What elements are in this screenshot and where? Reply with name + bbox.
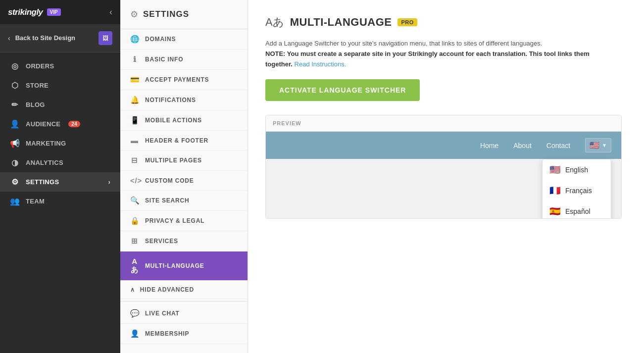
audience-badge: 24 <box>68 121 80 127</box>
mobile-label: MOBILE ACTIONS <box>145 117 202 124</box>
settings-item-membership[interactable]: 👤 MEMBERSHIP <box>120 324 248 344</box>
lang-option-french[interactable]: 🇫🇷 Français <box>543 180 611 201</box>
lang-option-english[interactable]: 🇺🇸 English <box>543 159 611 180</box>
page-title: MULTI-LANGUAGE <box>290 16 392 29</box>
settings-item-multiple-pages[interactable]: ⊟ MULTIPLE PAGES <box>120 151 248 171</box>
mobile-icon: 📱 <box>130 116 139 125</box>
audience-label: AUDIENCE <box>26 120 60 128</box>
sidebar-item-store[interactable]: ⬡ STORE <box>0 76 120 95</box>
logo-area: strikingly VIP <box>8 7 61 17</box>
preview-nav-home[interactable]: Home <box>480 142 498 150</box>
privacy-label: PRIVACY & LEGAL <box>145 217 204 224</box>
language-switcher-button[interactable]: 🇺🇸 ▼ <box>585 138 611 152</box>
store-icon: ⬡ <box>10 81 20 90</box>
custom-code-label: CUSTOM CODE <box>145 177 194 184</box>
payments-label: ACCEPT PAYMENTS <box>145 76 209 83</box>
main-content: Aあ MULTI-LANGUAGE PRO Add a Language Swi… <box>248 0 644 353</box>
services-icon: ⊞ <box>130 237 139 246</box>
settings-item-services[interactable]: ⊞ SERVICES <box>120 231 248 252</box>
payments-icon: 💳 <box>130 75 139 84</box>
description-line1: Add a Language Switcher to your site's n… <box>265 40 542 47</box>
french-flag-icon: 🇫🇷 <box>549 185 560 196</box>
back-arrow-icon: ‹ <box>8 34 10 42</box>
english-flag-icon: 🇺🇸 <box>549 164 560 175</box>
sidebar-item-settings[interactable]: ⚙ SETTINGS › <box>0 172 120 192</box>
store-label: STORE <box>26 82 49 89</box>
sidebar-item-audience[interactable]: 👤 AUDIENCE 24 <box>0 114 120 134</box>
settings-item-accept-payments[interactable]: 💳 ACCEPT PAYMENTS <box>120 70 248 90</box>
preview-section: PREVIEW Home About Contact 🇺🇸 ▼ 🇺🇸 Engli… <box>265 115 622 219</box>
domains-label: DOMAINS <box>145 36 176 43</box>
settings-panel-header: ⚙ SETTINGS <box>120 0 248 29</box>
settings-item-privacy-legal[interactable]: 🔒 PRIVACY & LEGAL <box>120 211 248 231</box>
sidebar-header: strikingly VIP ‹ <box>0 0 120 24</box>
site-thumbnail-icon: 🖼 <box>99 31 112 45</box>
activate-language-switcher-button[interactable]: ACTIVATE LANGUAGE SWITCHER <box>265 79 420 101</box>
current-lang-flag: 🇺🇸 <box>590 141 599 150</box>
settings-item-mobile-actions[interactable]: 📱 MOBILE ACTIONS <box>120 110 248 131</box>
basic-info-icon: ℹ <box>130 55 139 64</box>
settings-item-notifications[interactable]: 🔔 NOTIFICATIONS <box>120 90 248 110</box>
spanish-label: Español <box>565 207 591 215</box>
basic-info-label: BASIC INFO <box>145 56 183 63</box>
blog-label: BLOG <box>26 101 45 108</box>
settings-item-multi-language[interactable]: Aあ MULTI-LANGUAGE <box>120 252 248 281</box>
services-label: SERVICES <box>145 238 178 245</box>
settings-panel: ⚙ SETTINGS 🌐 DOMAINS ℹ BASIC INFO 💳 ACCE… <box>120 0 248 353</box>
settings-label: SETTINGS <box>26 178 59 186</box>
site-search-icon: 🔍 <box>130 196 139 205</box>
marketing-label: MARKETING <box>26 140 66 147</box>
settings-item-basic-info[interactable]: ℹ BASIC INFO <box>120 50 248 70</box>
sidebar-item-orders[interactable]: ◎ ORDERS <box>0 56 120 76</box>
preview-nav-bar: Home About Contact 🇺🇸 ▼ 🇺🇸 English 🇫🇷 Fr… <box>266 132 621 159</box>
membership-icon: 👤 <box>130 329 139 338</box>
lang-option-spanish[interactable]: 🇪🇸 Español <box>543 201 611 219</box>
domains-icon: 🌐 <box>130 35 139 44</box>
read-instructions-link[interactable]: Read Instructions. <box>295 60 347 68</box>
analytics-label: ANALYTICS <box>26 159 63 166</box>
pro-badge: PRO <box>397 18 417 26</box>
spanish-flag-icon: 🇪🇸 <box>549 206 560 217</box>
settings-chevron-icon: › <box>108 179 110 186</box>
sidebar-item-blog[interactable]: ✏ BLOG <box>0 95 120 114</box>
description: Add a Language Switcher to your site's n… <box>265 39 612 69</box>
english-label: English <box>565 166 588 174</box>
privacy-icon: 🔒 <box>130 216 139 225</box>
lang-dropdown-arrow-icon: ▼ <box>602 143 607 148</box>
sidebar-item-analytics[interactable]: ◑ ANALYTICS <box>0 153 120 172</box>
language-dropdown: 🇺🇸 English 🇫🇷 Français 🇪🇸 Español <box>542 159 611 219</box>
settings-item-domains[interactable]: 🌐 DOMAINS <box>120 29 248 50</box>
page-header: Aあ MULTI-LANGUAGE PRO <box>265 15 627 30</box>
settings-divider <box>120 301 248 302</box>
preview-nav-about[interactable]: About <box>513 142 532 150</box>
header-footer-icon: ▬ <box>130 136 139 145</box>
preview-nav-contact[interactable]: Contact <box>546 142 570 150</box>
sidebar-item-team[interactable]: 👥 TEAM <box>0 192 120 211</box>
orders-icon: ◎ <box>10 61 20 71</box>
settings-header-gear-icon: ⚙ <box>130 9 138 20</box>
settings-item-live-chat[interactable]: 💬 LIVE CHAT <box>120 303 248 324</box>
audience-icon: 👤 <box>10 119 20 129</box>
custom-code-icon: </> <box>130 176 139 185</box>
team-label: TEAM <box>26 198 45 205</box>
settings-item-site-search[interactable]: 🔍 SITE SEARCH <box>120 191 248 211</box>
back-to-site-button[interactable]: ‹ Back to Site Design 🖼 <box>0 24 120 52</box>
multi-language-icon: Aあ <box>130 257 139 275</box>
hide-advanced-label: HIDE ADVANCED <box>140 286 194 293</box>
live-chat-label: LIVE CHAT <box>145 310 180 317</box>
multi-language-header-icon: Aあ <box>265 15 284 30</box>
back-to-site-label: Back to Site Design <box>15 34 75 43</box>
logo-text: strikingly <box>8 7 43 17</box>
chevron-up-icon: ∧ <box>130 286 135 293</box>
team-icon: 👥 <box>10 197 20 206</box>
settings-item-custom-code[interactable]: </> CUSTOM CODE <box>120 171 248 191</box>
multiple-pages-label: MULTIPLE PAGES <box>145 157 202 164</box>
settings-item-header-footer[interactable]: ▬ HEADER & FOOTER <box>120 131 248 151</box>
sidebar-item-marketing[interactable]: 📢 MARKETING <box>0 134 120 153</box>
collapse-sidebar-button[interactable]: ‹ <box>109 7 112 17</box>
hide-advanced-toggle[interactable]: ∧ HIDE ADVANCED <box>120 281 248 299</box>
vip-badge: VIP <box>47 8 61 16</box>
live-chat-icon: 💬 <box>130 309 139 318</box>
multiple-pages-icon: ⊟ <box>130 156 139 165</box>
sidebar-nav: ◎ ORDERS ⬡ STORE ✏ BLOG 👤 AUDIENCE 24 📢 … <box>0 52 120 353</box>
